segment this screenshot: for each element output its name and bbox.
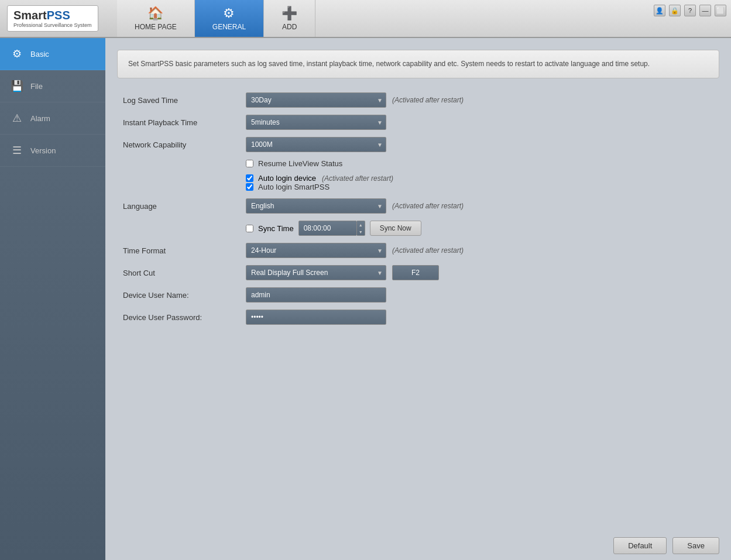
language-controls: English Chinese French German (Activated… [246,198,464,214]
titlebar: SmartPSS Professional Surveillance Syste… [0,0,731,38]
sidebar-basic-label: Basic [30,50,49,59]
language-select[interactable]: English Chinese French German [246,198,386,214]
add-icon: ➕ [282,6,297,21]
form-section: Log Saved Time 30Day 1Day 7Day 90Day (Ac… [117,92,719,325]
tab-add-label: ADD [282,23,297,31]
instant-playback-select[interactable]: 5minutes 1minutes 10minutes 30minutes [246,115,386,130]
resume-liveview-label[interactable]: Resume LiveView Status [258,159,342,168]
time-format-select[interactable]: 24-Hour 12-Hour [246,243,386,258]
sync-time-checkbox[interactable] [246,225,253,232]
sync-time-row: Sync Time ▲ ▼ Sync Now [246,221,713,236]
log-saved-time-note: (Activated after restart) [392,96,464,104]
short-cut-row: Short Cut Real Display Full Screen Main … [123,265,713,280]
info-box: Set SmartPSS basic parameters such as lo… [117,50,719,78]
nav-tabs: 🏠 HOME PAGE ⚙ GENERAL ➕ ADD [117,0,315,37]
device-username-row: Device User Name: [123,287,713,303]
language-label: Language [123,202,246,211]
resume-liveview-checkbox[interactable] [246,160,253,167]
minimize-button[interactable]: — [699,5,711,16]
device-username-controls [246,287,386,303]
sync-time-label[interactable]: Sync Time [258,224,294,233]
auto-login-smartpss-checkbox[interactable] [246,183,253,191]
auto-login-device-note: (Activated after restart) [322,174,393,183]
content-area: Set SmartPSS basic parameters such as lo… [105,38,731,560]
device-password-label: Device User Password: [123,313,246,322]
network-capability-controls: 1000M 100M 10000M [246,137,386,152]
time-spinner[interactable]: ▲ ▼ [357,221,365,236]
language-row: Language English Chinese French German (… [123,198,713,214]
log-saved-time-controls: 30Day 1Day 7Day 90Day (Activated after r… [246,92,464,108]
short-cut-controls: Real Display Full Screen Main Screen Ful… [246,265,439,280]
info-text: Set SmartPSS basic parameters such as lo… [128,60,650,68]
time-input[interactable] [298,221,357,236]
time-up-icon[interactable]: ▲ [357,221,365,228]
basic-icon: ⚙ [11,47,23,60]
maximize-button[interactable]: ⬜ [715,5,726,16]
resume-liveview-row: Resume LiveView Status [246,159,713,168]
auto-login-device-checkbox[interactable] [246,174,253,182]
sidebar-file-label: File [30,82,43,91]
help-icon[interactable]: ? [684,5,696,16]
sidebar-item-version[interactable]: ☰ Version [0,135,105,167]
auto-login-device-row: Auto login device (Activated after resta… [123,174,713,183]
device-password-row: Device User Password: [123,310,713,325]
alarm-icon: ⚠ [11,112,23,125]
time-format-label: Time Format [123,246,246,255]
log-saved-time-label: Log Saved Time [123,96,246,105]
network-capability-label: Network Capability [123,140,246,149]
general-icon: ⚙ [223,6,235,21]
language-note: (Activated after restart) [392,202,464,210]
language-select-wrap: English Chinese French German [246,198,386,214]
logo-subtitle: Professional Surveillance System [13,22,92,28]
default-button[interactable]: Default [613,537,667,554]
tab-homepage-label: HOME PAGE [135,23,177,31]
network-capability-select-wrap: 1000M 100M 10000M [246,137,386,152]
log-saved-time-row: Log Saved Time 30Day 1Day 7Day 90Day (Ac… [123,92,713,108]
time-wrap: ▲ ▼ [298,221,365,236]
save-button[interactable]: Save [672,537,719,554]
device-username-label: Device User Name: [123,291,246,300]
auto-login-smartpss-row: Auto login SmartPSS [246,183,713,191]
auto-login-smartpss-label[interactable]: Auto login SmartPSS [258,183,330,191]
time-format-note: (Activated after restart) [392,246,464,255]
tab-homepage[interactable]: 🏠 HOME PAGE [117,0,195,37]
tab-general-label: GENERAL [212,23,246,31]
device-password-controls [246,310,386,325]
network-capability-row: Network Capability 1000M 100M 10000M [123,137,713,152]
log-saved-time-select-wrap: 30Day 1Day 7Day 90Day [246,92,386,108]
sidebar: ⚙ Basic 💾 File ⚠ Alarm ☰ Version [0,38,105,560]
sync-now-button[interactable]: Sync Now [370,221,421,236]
version-icon: ☰ [11,144,23,157]
sidebar-item-basic[interactable]: ⚙ Basic [0,38,105,70]
device-password-input[interactable] [246,310,386,325]
tab-general[interactable]: ⚙ GENERAL [195,0,264,37]
lock-icon[interactable]: 🔒 [669,5,681,16]
footer-buttons: Default Save [613,537,719,554]
device-username-input[interactable] [246,287,386,303]
logo-area: SmartPSS Professional Surveillance Syste… [0,0,117,37]
logo-box: SmartPSS Professional Surveillance Syste… [7,5,98,32]
short-cut-select-wrap: Real Display Full Screen Main Screen Ful… [246,265,386,280]
log-saved-time-select[interactable]: 30Day 1Day 7Day 90Day [246,92,386,108]
short-cut-label: Short Cut [123,269,246,277]
main-layout: ⚙ Basic 💾 File ⚠ Alarm ☰ Version Set Sma… [0,38,731,560]
auto-login-device-label[interactable]: Auto login device [258,174,316,183]
sidebar-item-alarm[interactable]: ⚠ Alarm [0,102,105,135]
instant-playback-label: Instant Playback Time [123,118,246,127]
user-icon[interactable]: 👤 [654,5,665,16]
homepage-icon: 🏠 [147,6,163,21]
shortcut-key-display: F2 [392,265,439,280]
time-format-row: Time Format 24-Hour 12-Hour (Activated a… [123,243,713,258]
auto-login-device-controls: Auto login device (Activated after resta… [246,174,393,183]
time-format-select-wrap: 24-Hour 12-Hour [246,243,386,258]
time-format-controls: 24-Hour 12-Hour (Activated after restart… [246,243,464,258]
short-cut-select[interactable]: Real Display Full Screen Main Screen Ful… [246,265,386,280]
file-icon: 💾 [11,80,23,92]
time-down-icon[interactable]: ▼ [357,228,365,235]
instant-playback-select-wrap: 5minutes 1minutes 10minutes 30minutes [246,115,386,130]
instant-playback-row: Instant Playback Time 5minutes 1minutes … [123,115,713,130]
sidebar-item-file[interactable]: 💾 File [0,70,105,102]
sidebar-alarm-label: Alarm [30,114,50,123]
tab-add[interactable]: ➕ ADD [264,0,315,37]
network-capability-select[interactable]: 1000M 100M 10000M [246,137,386,152]
